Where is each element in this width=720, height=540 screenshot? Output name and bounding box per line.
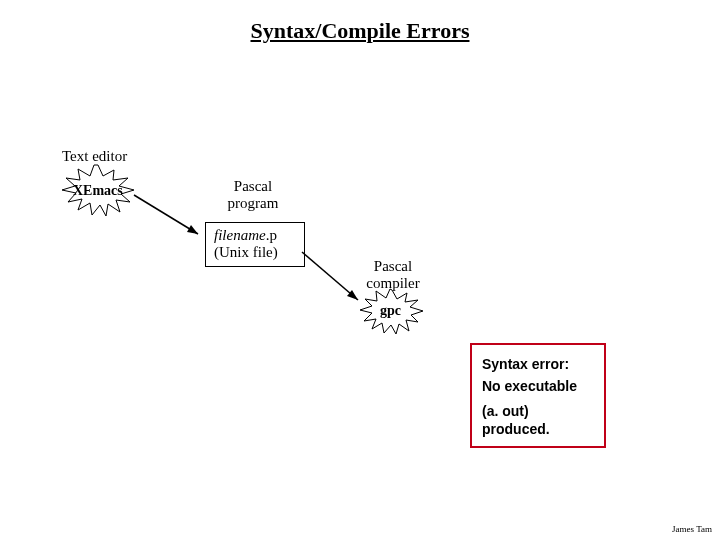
error-line3: (a. out) <box>482 403 529 419</box>
slide-title: Syntax/Compile Errors <box>0 18 720 44</box>
error-box: Syntax error: No executable (a. out) pro… <box>470 343 606 448</box>
error-line4: produced. <box>482 421 550 437</box>
compiler-caption: Pascal compiler <box>358 258 428 293</box>
arrow-editor-to-file <box>134 195 198 234</box>
svg-marker-3 <box>187 225 198 234</box>
file-italic: filename <box>214 227 266 243</box>
program-caption: Pascal program <box>218 178 288 213</box>
file-ext: .p <box>266 227 277 243</box>
program-caption-l2: program <box>228 195 279 211</box>
svg-line-2 <box>134 195 198 234</box>
arrow-file-to-compiler <box>302 252 358 300</box>
error-line1: Syntax error: <box>482 353 594 375</box>
error-line2: No executable <box>482 375 594 397</box>
editor-name: XEmacs <box>73 183 123 199</box>
compiler-caption-l2: compiler <box>366 275 419 291</box>
svg-line-4 <box>302 252 358 300</box>
footer-credit: James Tam <box>672 524 712 534</box>
compiler-caption-l1: Pascal <box>374 258 412 274</box>
program-caption-l1: Pascal <box>234 178 272 194</box>
editor-caption: Text editor <box>62 148 127 165</box>
svg-marker-5 <box>347 290 358 300</box>
file-box: filename.p (Unix file) <box>205 222 305 267</box>
compiler-name: gpc <box>380 303 401 319</box>
file-line2: (Unix file) <box>214 244 278 260</box>
